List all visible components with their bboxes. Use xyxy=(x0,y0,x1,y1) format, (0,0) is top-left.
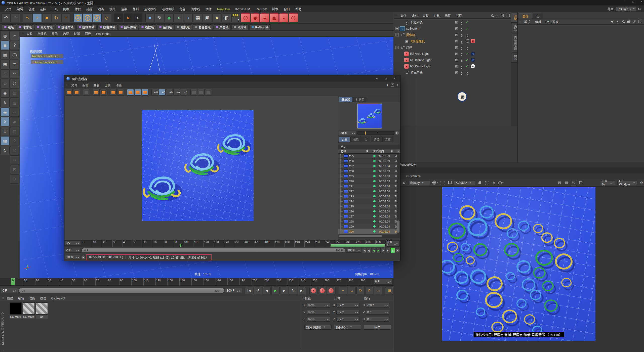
film-cache-3-icon[interactable] xyxy=(205,89,212,96)
viewport-menu-item[interactable]: 摄像机 xyxy=(35,32,49,36)
menu-item[interactable]: 捕捉 xyxy=(84,8,95,11)
menu-item[interactable]: 脚本 xyxy=(269,8,281,11)
pos-y-field[interactable]: 0 cm▲▼ xyxy=(307,310,330,315)
rs-camera-tag-icon[interactable]: ▣ xyxy=(471,39,475,43)
object-name[interactable]: 灯光 xyxy=(406,45,412,50)
pv-info-tab[interactable]: 立体 xyxy=(382,137,393,142)
attr-search-icon[interactable] xyxy=(622,20,624,23)
panel-grip-icon[interactable]: ∷ xyxy=(395,14,397,17)
pv-ruler-end-field[interactable]: 300 F▲▼ xyxy=(385,241,399,246)
dots-mode-3[interactable]: ∷ xyxy=(10,174,19,184)
object-name[interactable]: RS Area Light xyxy=(410,52,429,56)
timeline-range-bar[interactable]: 0 F300 F xyxy=(19,288,224,294)
pv-minimize-button[interactable]: – xyxy=(372,76,381,81)
edges-mode-icon[interactable]: ◇ xyxy=(1,79,10,88)
layer-chip[interactable] xyxy=(455,27,458,30)
menu-item[interactable]: INSYDIUM xyxy=(232,8,253,11)
layer-chip[interactable] xyxy=(455,33,458,36)
start-frame-field[interactable]: 0 F▲▼ xyxy=(1,288,18,293)
polygons-mode-icon[interactable]: ◆ xyxy=(1,89,10,98)
enable-dots-icon[interactable] xyxy=(465,72,469,73)
viewport-menu-item[interactable]: 面板 xyxy=(82,32,93,36)
rv-fit-select[interactable]: Fit Window▼ xyxy=(617,180,637,185)
viewport-menu-item[interactable]: 查看 xyxy=(24,32,35,36)
history-row[interactable]: 289 00:02:03 28 xyxy=(338,174,400,179)
object-row[interactable]: ●RS Area Light✓◎ xyxy=(394,51,511,57)
record-options-button[interactable]: ? xyxy=(327,287,335,294)
attr-lock-icon[interactable] xyxy=(627,21,630,23)
rs-dome-icon[interactable]: ◒ xyxy=(279,13,288,22)
maximize-button[interactable]: □ xyxy=(632,0,634,4)
object-row[interactable]: ▣RS 摄像机+▣ xyxy=(394,38,511,44)
spline-pen-button[interactable]: ✎ xyxy=(155,13,164,22)
rv-lock-icon[interactable] xyxy=(477,180,482,186)
sort-icon[interactable] xyxy=(93,89,100,96)
menu-item[interactable]: 运动跟踪 xyxy=(141,8,159,11)
visibility-dots-icon[interactable] xyxy=(460,72,464,73)
panel-grip-icon[interactable]: ∷ xyxy=(66,84,68,86)
compare-b-icon[interactable] xyxy=(134,89,141,96)
record-keyframe-button[interactable]: ● xyxy=(309,287,317,294)
menu-item[interactable]: 运动图形 xyxy=(159,8,177,11)
field-button[interactable]: 圆锥体域 xyxy=(76,24,97,30)
pv-menu-item[interactable]: 查看 xyxy=(91,84,102,87)
menu-item[interactable]: 创建 xyxy=(26,8,37,11)
object-row[interactable]: 隐藏所选✓ xyxy=(394,19,511,25)
attribute-menu-item[interactable]: 用户数据 xyxy=(544,20,561,24)
object-row[interactable]: +◌xpSystem✓ xyxy=(394,25,511,32)
pv-tool-button[interactable] xyxy=(125,89,127,96)
rs-object-icon[interactable]: ◯ xyxy=(241,13,250,22)
undo-icon[interactable]: ↶ xyxy=(2,13,11,22)
pv-layout-icon[interactable]: + xyxy=(391,83,394,86)
workplane-mode-icon[interactable]: ▦ xyxy=(1,60,10,69)
pv-tool-button[interactable] xyxy=(90,89,92,96)
open-icon[interactable] xyxy=(66,89,73,96)
object-name[interactable]: xpSystem xyxy=(406,27,419,30)
om-add-icon[interactable]: + xyxy=(506,14,510,17)
history-row[interactable]: 298 00:02:04 29 xyxy=(338,219,400,224)
rot-b-field[interactable]: 0 °▲▼ xyxy=(366,317,389,322)
live-selection-tool[interactable]: ↖ xyxy=(23,13,32,22)
set-b-icon[interactable]: →B xyxy=(181,89,187,96)
rv-region-icon[interactable]: ◯▼ xyxy=(498,180,504,186)
pv-timeline-ruler[interactable]: 25▲▼ 01020304050607080901001101201301401… xyxy=(64,240,400,247)
pv-menu-item[interactable]: 文件 xyxy=(69,84,80,87)
material-menu-item[interactable]: 创建 xyxy=(4,297,15,300)
om-filter-icon[interactable]: ◇ xyxy=(500,14,504,17)
layer-chip[interactable] xyxy=(455,71,458,74)
pv-end-frame-field[interactable]: 300 F▲▼ xyxy=(346,248,361,253)
disabled-tool-5[interactable]: ◻ xyxy=(10,127,19,136)
pv-tool-button[interactable] xyxy=(107,89,109,96)
om-search-icon[interactable] xyxy=(491,14,493,17)
pv-navigator[interactable] xyxy=(338,102,400,130)
object-name[interactable]: 隐藏所选 xyxy=(411,20,423,24)
layer-chip[interactable] xyxy=(455,40,458,43)
dock-tab[interactable]: 对象 xyxy=(511,13,517,23)
object-row[interactable]: ∟0灯光目标 xyxy=(394,69,511,76)
render-to-picture-viewer-button[interactable]: ▶ xyxy=(124,13,133,22)
autokey-button[interactable]: ‖ xyxy=(318,287,326,294)
snapshot-icon[interactable] xyxy=(100,89,107,96)
history-row[interactable]: 297 00:02:04 29 xyxy=(338,214,400,219)
close-button[interactable]: × xyxy=(641,0,642,4)
disabled-tool-3[interactable]: ▱ xyxy=(10,108,19,117)
set-a-icon[interactable]: →A xyxy=(173,89,180,96)
menu-item[interactable]: 网格 xyxy=(60,8,72,11)
panel-grip-icon[interactable]: ∷ xyxy=(519,20,521,23)
record-pla-toggle[interactable]: ∷ xyxy=(374,287,382,294)
history-row[interactable]: 294 00:02:04 29 xyxy=(338,199,400,204)
history-hscrollbar[interactable] xyxy=(338,235,400,238)
material-preview[interactable] xyxy=(10,302,22,315)
primitive-cube-button[interactable]: ■ xyxy=(145,13,154,22)
rv-aov-select[interactable]: Beauty▼ xyxy=(409,180,430,185)
history-row[interactable]: 290 00:02:03 29 xyxy=(338,179,400,184)
object-name[interactable]: 摄像机 xyxy=(406,33,415,37)
rv-grid-icon[interactable] xyxy=(440,181,445,185)
material-menu-item[interactable]: 功能 xyxy=(26,297,37,300)
live-selection-icon[interactable]: ◯ xyxy=(10,50,19,59)
enabled-check-icon[interactable]: ✓ xyxy=(465,27,469,30)
dots-mode-1[interactable]: ∷ xyxy=(10,146,19,155)
rv-auto-select[interactable]: < Auto >▼ xyxy=(454,180,475,185)
target-tag-icon[interactable]: ◎ xyxy=(471,52,475,56)
menu-item[interactable]: 体积 xyxy=(72,8,84,11)
